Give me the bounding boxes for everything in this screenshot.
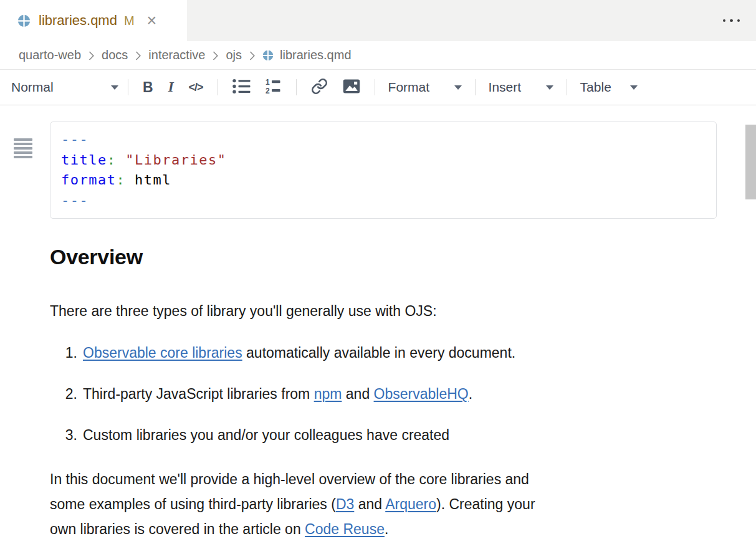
list-item-number: 2.: [50, 381, 77, 406]
yaml-line: ---: [61, 191, 706, 211]
ordered-list: 1. Observable core libraries automatical…: [0, 340, 756, 447]
italic-button[interactable]: I: [161, 79, 181, 95]
close-tab-icon[interactable]: ×: [147, 12, 157, 29]
breadcrumb-item-interactive[interactable]: interactive: [148, 48, 205, 62]
text-run: :: [107, 152, 117, 168]
list-item: 2. Third-party JavaScript libraries from…: [50, 381, 756, 406]
toolbar-divider: [375, 79, 375, 95]
breadcrumb: quarto-web docs interactive ojs librarie…: [0, 41, 756, 70]
text-run: .: [469, 386, 472, 402]
tab-title: libraries.qmd: [39, 12, 117, 29]
text-run: html: [125, 172, 171, 188]
yaml-line: title: "Libraries": [61, 150, 706, 171]
yaml-line: ---: [61, 130, 706, 150]
numbered-list-icon: 1 2: [266, 79, 282, 97]
quarto-file-icon: [17, 14, 31, 27]
modified-badge: M: [124, 14, 135, 28]
image-icon: [343, 79, 360, 95]
yaml-front-matter-block[interactable]: --- title: "Libraries" format: html ---: [50, 122, 717, 219]
link[interactable]: Arquero: [385, 496, 436, 512]
text-run: Third-party JavaScript libraries from: [83, 386, 314, 402]
bold-icon: B: [143, 79, 153, 96]
block-drag-handle-icon[interactable]: [14, 138, 32, 160]
format-menu-label: Format: [388, 80, 430, 95]
link-icon: [311, 78, 328, 97]
breadcrumb-item-file[interactable]: libraries.qmd: [280, 48, 351, 62]
text-run: and: [354, 496, 385, 512]
toolbar-divider: [567, 79, 567, 95]
closing-paragraph: In this document we'll provide a high-le…: [50, 467, 692, 542]
text-run: Custom libraries you and/or your colleag…: [83, 427, 449, 443]
link[interactable]: ObservableHQ: [374, 386, 469, 402]
text-run: automatically available in every documen…: [242, 345, 516, 361]
chevron-right-icon: [88, 50, 95, 61]
toolbar-divider: [218, 79, 218, 95]
text-run: and: [342, 386, 373, 402]
svg-text:1: 1: [266, 79, 270, 87]
more-actions-icon[interactable]: [723, 0, 740, 41]
chevron-right-icon: [249, 50, 256, 61]
text-run: [116, 152, 125, 168]
image-button[interactable]: [335, 79, 368, 95]
breadcrumb-item-ojs[interactable]: ojs: [226, 48, 242, 62]
breadcrumb-item-docs[interactable]: docs: [102, 48, 128, 62]
visual-editor-surface[interactable]: --- title: "Libraries" format: html --- …: [0, 122, 756, 554]
insert-menu-label: Insert: [489, 80, 522, 95]
link[interactable]: npm: [314, 386, 342, 402]
chevron-down-icon: [454, 85, 462, 90]
code-icon: </>: [189, 81, 203, 94]
text-run: ---: [61, 131, 89, 147]
chevron-right-icon: [135, 50, 141, 61]
text-run: ). Creating your: [436, 496, 535, 512]
toolbar-divider: [128, 79, 128, 95]
numbered-list-button[interactable]: 1 2: [258, 79, 289, 97]
bold-button[interactable]: B: [135, 79, 161, 96]
heading-overview: Overview: [50, 244, 756, 270]
link[interactable]: D3: [336, 496, 354, 512]
quarto-file-icon: [262, 50, 274, 61]
table-menu[interactable]: Table: [578, 80, 640, 95]
formatting-toolbar: Normal B I </> 1 2: [0, 70, 756, 105]
text-run: some examples of using third-party libra…: [50, 496, 336, 512]
list-item-number: 3.: [50, 423, 77, 447]
link[interactable]: Code Reuse: [305, 521, 385, 537]
text-run: format: [61, 172, 116, 188]
text-run: :: [116, 172, 125, 188]
scrollbar-thumb[interactable]: [745, 125, 756, 199]
list-item: 3. Custom libraries you and/or your coll…: [50, 423, 756, 447]
list-item-text: Custom libraries you and/or your colleag…: [83, 423, 449, 447]
insert-menu[interactable]: Insert: [486, 80, 556, 95]
chevron-down-icon: [111, 85, 118, 90]
text-run: "Libraries": [125, 152, 226, 168]
link[interactable]: Observable core libraries: [83, 345, 242, 361]
text-run: own libraries is covered in the article …: [50, 521, 305, 537]
intro-paragraph: There are three types of library you'll …: [50, 298, 692, 323]
tab-bar: libraries.qmd M ×: [0, 0, 756, 41]
code-button[interactable]: </>: [181, 81, 211, 94]
breadcrumb-item-quarto-web[interactable]: quarto-web: [19, 48, 81, 62]
table-menu-label: Table: [580, 80, 611, 95]
list-item-number: 1.: [50, 340, 77, 365]
text-run: .: [385, 521, 388, 537]
format-menu[interactable]: Format: [386, 80, 464, 95]
text-run: ---: [61, 193, 89, 208]
italic-icon: I: [168, 79, 174, 95]
list-item-text: Observable core libraries automatically …: [83, 340, 515, 365]
link-button[interactable]: [304, 78, 335, 97]
paragraph-style-dropdown[interactable]: Normal: [9, 80, 121, 95]
svg-text:2: 2: [266, 87, 270, 95]
list-item: 1. Observable core libraries automatical…: [50, 340, 756, 365]
text-run: In this document we'll provide a high-le…: [50, 471, 529, 487]
chevron-down-icon: [546, 85, 553, 90]
chevron-right-icon: [212, 50, 219, 61]
paragraph-style-value: Normal: [11, 80, 54, 95]
text-run: title: [61, 152, 107, 168]
bullet-list-button[interactable]: [225, 79, 258, 96]
tab-libraries-qmd[interactable]: libraries.qmd M ×: [0, 0, 187, 41]
toolbar-divider: [475, 79, 476, 95]
bullet-list-icon: [232, 79, 251, 96]
yaml-line: format: html: [61, 170, 706, 191]
chevron-down-icon: [630, 85, 638, 90]
list-item-text: Third-party JavaScript libraries from np…: [83, 381, 472, 406]
toolbar-divider: [296, 79, 297, 95]
